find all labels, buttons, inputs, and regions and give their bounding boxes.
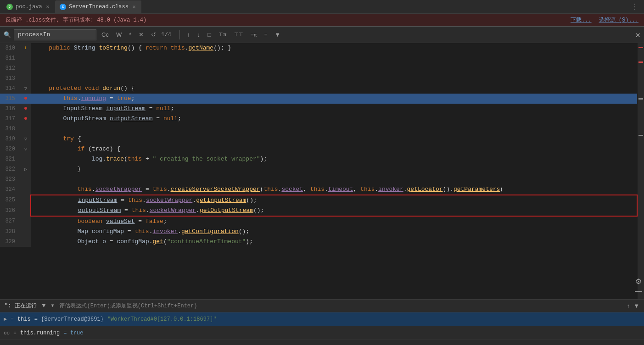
line-code: OutputStream outputStream = null; bbox=[31, 114, 637, 124]
bottom-content: ▶ ≡ this = {ServerThread@9691} "WorkerTh… bbox=[0, 312, 644, 345]
table-row: 323 bbox=[0, 174, 637, 184]
list-item[interactable]: ▶ ≡ this = {ServerThread@9691} "WorkerTh… bbox=[0, 312, 644, 326]
line-number: 324 bbox=[0, 184, 21, 195]
watch-extra: "WorkerThread#0[127.0.0.1:18697]" bbox=[107, 316, 217, 323]
line-code bbox=[31, 174, 637, 184]
line-number: 313 bbox=[0, 73, 21, 83]
collapse-panel-btn[interactable]: — bbox=[634, 287, 643, 296]
tab-poc-java[interactable]: J poc.java ✕ bbox=[2, 0, 55, 13]
tab-poc-java-close[interactable]: ✕ bbox=[45, 3, 51, 10]
line-number: 321 bbox=[0, 154, 21, 164]
table-row: 327 boolean valueSet = false; bbox=[0, 216, 637, 227]
table-row: 310 ⬆ public String toString() { return … bbox=[0, 43, 637, 53]
filter-dropdown-icon[interactable]: ▼ bbox=[51, 303, 54, 308]
search-up-btn[interactable]: ↑ bbox=[185, 30, 192, 39]
scroll-marker-error2 bbox=[638, 61, 643, 63]
search-filter-btn2[interactable]: ⊤⊤ bbox=[232, 31, 246, 39]
table-row: 324 this.socketWrapper = this.createServ… bbox=[0, 184, 637, 195]
tab-bar-menu[interactable]: ⋮ bbox=[627, 2, 642, 11]
line-code: Object o = configMap.get("continueAfterT… bbox=[31, 237, 637, 247]
line-gutter: ▽ bbox=[21, 134, 31, 144]
table-row: 325 inputStream = this.socketWrapper.get… bbox=[0, 195, 637, 206]
line-number: 319 bbox=[0, 134, 21, 144]
bottom-status-bar: ": 正在运行 ▼ ▼ 评估表达式(Enter)或添加监视(Ctrl+Shift… bbox=[0, 300, 644, 312]
bottom-add-watch-btn[interactable]: ↑ bbox=[627, 302, 630, 309]
table-row: 316 ● InputStream inputStream = null; bbox=[0, 104, 637, 114]
eval-placeholder: 评估表达式(Enter)或添加监视(Ctrl+Shift+Enter) bbox=[59, 302, 197, 310]
line-gutter bbox=[21, 154, 31, 164]
code-scroll[interactable]: 310 ⬆ public String toString() { return … bbox=[0, 43, 638, 299]
search-filter-btn3[interactable]: ≡π bbox=[248, 31, 259, 39]
search-filter-btn5[interactable]: ▼ bbox=[272, 30, 283, 39]
watch-label2: this.running bbox=[20, 330, 60, 336]
scroll-marker-error bbox=[638, 47, 643, 48]
line-code bbox=[31, 124, 637, 134]
watch-var-icon2: ≡ bbox=[13, 330, 17, 336]
class-icon: C bbox=[60, 4, 66, 10]
bottom-menu-btn[interactable]: ▼ bbox=[633, 302, 639, 309]
breakpoint-icon: ● bbox=[22, 95, 29, 102]
breakpoint-icon: ● bbox=[22, 115, 29, 122]
java-icon: J bbox=[6, 4, 13, 10]
line-code: log.trace(this + " creating the socket w… bbox=[31, 154, 637, 164]
settings-gear-btn[interactable]: ⚙ bbox=[634, 277, 643, 286]
line-number: 316 bbox=[0, 104, 21, 114]
search-close-btn[interactable]: ✕ bbox=[635, 30, 640, 40]
table-row: 311 bbox=[0, 53, 637, 63]
tab-bar: J poc.java ✕ C ServerThread.class ✕ ⋮ bbox=[0, 0, 644, 14]
code-area: 310 ⬆ public String toString() { return … bbox=[0, 43, 644, 299]
line-gutter bbox=[21, 237, 31, 247]
search-filter-btn4[interactable]: ≡ bbox=[262, 31, 269, 39]
line-code: boolean valueSet = false; bbox=[31, 216, 637, 227]
line-gutter bbox=[21, 227, 31, 237]
table-row: 318 bbox=[0, 124, 637, 134]
filter-icon[interactable]: ▼ bbox=[42, 302, 46, 309]
line-code: protected void dorun() { bbox=[31, 83, 637, 94]
search-clear-btn[interactable]: ✕ bbox=[136, 30, 146, 39]
tab-poc-java-label: poc.java bbox=[16, 4, 42, 10]
line-number: 312 bbox=[0, 63, 21, 73]
line-code: inputStream = this.socketWrapper.getInpu… bbox=[31, 195, 637, 206]
fold-icon: ▽ bbox=[22, 136, 29, 143]
watch-value2: = true bbox=[63, 330, 83, 336]
line-number: 317 bbox=[0, 114, 21, 124]
line-code bbox=[31, 53, 637, 63]
search-filter-btn1[interactable]: ⊤π bbox=[216, 31, 229, 39]
bottom-panel: ": 正在运行 ▼ ▼ 评估表达式(Enter)或添加监视(Ctrl+Shift… bbox=[0, 299, 644, 345]
choose-source-link[interactable]: 选择源 (S)... bbox=[599, 16, 638, 24]
table-row: 321 log.trace(this + " creating the sock… bbox=[0, 154, 637, 164]
list-item[interactable]: oo ≡ this.running = true bbox=[0, 326, 644, 340]
scroll-marker-nav bbox=[638, 98, 643, 100]
table-row: 317 ● OutputStream outputStream = null; bbox=[0, 114, 637, 124]
line-gutter bbox=[21, 216, 31, 227]
line-number: 328 bbox=[0, 227, 21, 237]
search-input[interactable] bbox=[14, 29, 96, 40]
line-code: if (trace) { bbox=[31, 144, 637, 154]
search-word-btn[interactable]: W bbox=[114, 30, 124, 39]
fold-icon: ▷ bbox=[22, 166, 29, 173]
table-row: 328 Map configMap = this.invoker.getConf… bbox=[0, 227, 637, 237]
breakpoint-icon: ● bbox=[22, 105, 29, 112]
tab-serverthread-class[interactable]: C ServerThread.class ✕ bbox=[55, 0, 141, 13]
line-gutter bbox=[21, 124, 31, 134]
line-number: 329 bbox=[0, 237, 21, 247]
tab-serverthread-close[interactable]: ✕ bbox=[131, 3, 137, 10]
line-gutter: ● bbox=[21, 94, 31, 104]
watch-value: = {ServerThread@9691} bbox=[34, 316, 104, 323]
search-refresh-btn[interactable]: ↺ bbox=[149, 30, 158, 39]
watch-label: this bbox=[17, 316, 31, 323]
line-gutter bbox=[21, 73, 31, 83]
search-down-btn[interactable]: ↓ bbox=[195, 30, 203, 39]
line-gutter: ● bbox=[21, 104, 31, 114]
search-case-btn[interactable]: Cc bbox=[99, 30, 111, 39]
table-row: 314 ▽ protected void dorun() { bbox=[0, 83, 637, 94]
table-row: 319 ▽ try { bbox=[0, 134, 637, 144]
running-status-label: ": 正在运行 bbox=[5, 302, 37, 310]
search-scope-btn[interactable]: □ bbox=[205, 30, 213, 39]
download-link[interactable]: 下载... bbox=[571, 16, 592, 24]
line-code bbox=[31, 73, 637, 83]
search-regex-btn[interactable]: * bbox=[127, 30, 134, 39]
table-row: 312 bbox=[0, 63, 637, 73]
line-gutter: ⬆ bbox=[21, 43, 31, 53]
search-icon-wrap: 🔍 bbox=[4, 31, 11, 39]
